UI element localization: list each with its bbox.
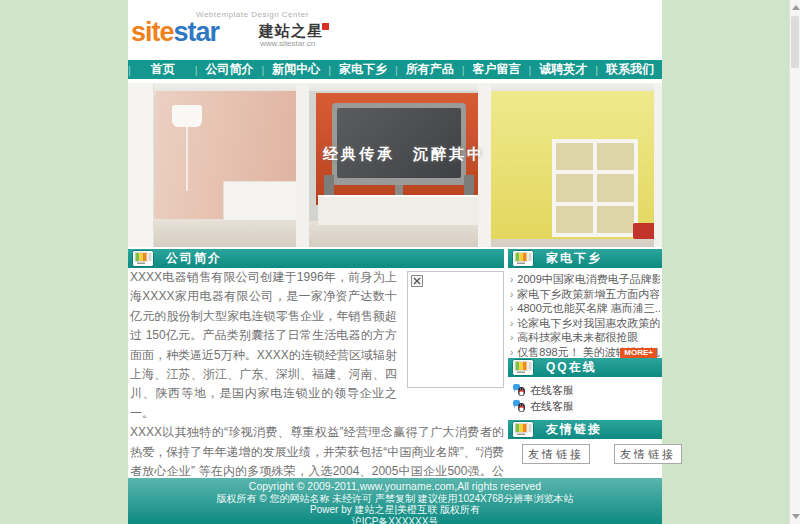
news-item-label: 高科技家电未来都很抢眼 [517, 331, 638, 343]
scrollbar[interactable] [789, 0, 800, 524]
hero-right-edge [654, 83, 662, 247]
section-title: 家电下乡 [546, 250, 602, 267]
section-header-about: 公司简介 [128, 249, 504, 268]
nav-item-contact[interactable]: 联系我们 [598, 60, 662, 79]
hero-cube-shelf [552, 139, 638, 237]
section-header-links: 友情链接 [508, 420, 662, 439]
nav-item-products[interactable]: 所有产品 [398, 60, 462, 79]
hero-sideboard [223, 181, 301, 221]
footer-rights: 版权所有 © 您的网站名称 未经许可 严禁复制 建议使用1024X768分辨率浏… [128, 493, 662, 505]
browser-viewport: Webtemplate Design Center sitestar 建站之星 … [0, 0, 800, 524]
friend-link-button[interactable]: 友情链接 [614, 444, 682, 464]
news-item[interactable]: ›高科技家电未来都很抢眼 [510, 330, 660, 345]
tv-icon [512, 359, 534, 376]
page-footer: Copyright © 2009-2011,www.yourname.com,A… [128, 478, 662, 524]
nav-item-guestbook[interactable]: 客户留言 [465, 60, 529, 79]
friend-links: 友情链接 友情链接 [522, 444, 682, 464]
news-item[interactable]: ›家电下乡政策新增五方面内容 [510, 287, 660, 302]
arrow-bullet-icon: › [510, 318, 513, 329]
logo-star-text: star [174, 17, 220, 47]
nav-item-about[interactable]: 公司简介 [198, 60, 262, 79]
section-header-qq: QQ在线 [508, 358, 662, 377]
hero-tv-screen [337, 108, 461, 178]
scrollbar-thumb[interactable] [791, 16, 799, 68]
hero-lamp-pole [186, 127, 188, 191]
qq-service-label: 在线客服 [530, 399, 574, 414]
news-item[interactable]: ›4800元也能买名牌 惠而浦三... [510, 301, 660, 316]
page-container: Webtemplate Design Center sitestar 建站之星 … [128, 0, 662, 524]
friend-link-button[interactable]: 友情链接 [522, 444, 590, 464]
about-image-placeholder [407, 271, 504, 388]
footer-copyright: Copyright © 2009-2011,www.yourname.com,A… [128, 478, 662, 493]
logo-url-text: www.sitestar.cn [260, 39, 315, 48]
qq-penguin-icon [512, 399, 526, 413]
arrow-bullet-icon: › [510, 347, 513, 358]
section-title: 友情链接 [546, 421, 602, 438]
hero-tv-stand [395, 185, 403, 195]
hero-speaker-left [324, 175, 334, 195]
news-item-label: 论家电下乡对我国惠农政策的启示... [517, 317, 660, 329]
hero-lamp-shade [172, 105, 202, 127]
section-title: 公司简介 [166, 250, 222, 267]
arrow-bullet-icon: › [510, 289, 513, 300]
arrow-bullet-icon: › [510, 274, 513, 285]
hero-banner: 经典传承 沉醉其中 [128, 83, 662, 247]
qq-service-item[interactable]: 在线客服 [512, 398, 660, 414]
hero-wardrobe [128, 83, 154, 247]
hero-media-console [318, 195, 478, 225]
nav-item-appliances[interactable]: 家电下乡 [331, 60, 395, 79]
tv-icon [512, 250, 534, 267]
logo-red-badge-icon [322, 23, 329, 30]
news-item[interactable]: ›2009中国家电消费电子品牌影... [510, 272, 660, 287]
more-button[interactable]: MORE+ [620, 348, 657, 358]
broken-image-icon [411, 275, 423, 287]
about-paragraph-1: XXXX电器销售有限公司创建于1996年，前身为上海XXXX家用电器有限公司，是… [130, 270, 397, 420]
qq-penguin-icon [512, 383, 526, 397]
site-header: Webtemplate Design Center sitestar 建站之星 … [128, 0, 662, 60]
footer-icp: 沪ICP备XXXXXX号 [128, 516, 662, 524]
news-item-label: 家电下乡政策新增五方面内容 [517, 288, 660, 300]
footer-powerby: Power by 建站之星|美橙互联 版权所有 [128, 504, 662, 516]
tv-icon [132, 250, 154, 267]
hero-left-pillar [296, 83, 309, 247]
nav-item-jobs[interactable]: 诚聘英才 [531, 60, 595, 79]
scroll-down-arrow-icon[interactable] [792, 514, 800, 519]
news-item-label: 2009中国家电消费电子品牌影... [517, 273, 660, 285]
hero-speaker-right [464, 175, 474, 195]
scroll-up-arrow-icon[interactable] [792, 5, 800, 10]
hero-right-pillar [478, 83, 491, 247]
sitestar-logo[interactable]: sitestar [131, 17, 219, 48]
logo-site-text: site [131, 17, 174, 47]
news-list: ›2009中国家电消费电子品牌影... ›家电下乡政策新增五方面内容 ›4800… [510, 272, 660, 359]
hero-caption: 经典传承 沉醉其中 [323, 145, 485, 164]
nav-item-news[interactable]: 新闻中心 [264, 60, 328, 79]
main-nav: | 首页 | 公司简介 | 新闻中心 | 家电下乡 | 所有产品 | 客户留言 … [128, 60, 662, 79]
section-title: QQ在线 [546, 359, 597, 376]
news-item[interactable]: ›论家电下乡对我国惠农政策的启示... [510, 316, 660, 331]
tv-icon [512, 421, 534, 438]
news-item-label: 4800元也能买名牌 惠而浦三... [517, 302, 660, 314]
section-header-news: 家电下乡 [508, 249, 662, 268]
qq-list: 在线客服 在线客服 [512, 382, 660, 414]
qq-service-item[interactable]: 在线客服 [512, 382, 660, 398]
arrow-bullet-icon: › [510, 303, 513, 314]
arrow-bullet-icon: › [510, 332, 513, 343]
nav-item-home[interactable]: 首页 [131, 60, 195, 79]
qq-service-label: 在线客服 [530, 383, 574, 398]
